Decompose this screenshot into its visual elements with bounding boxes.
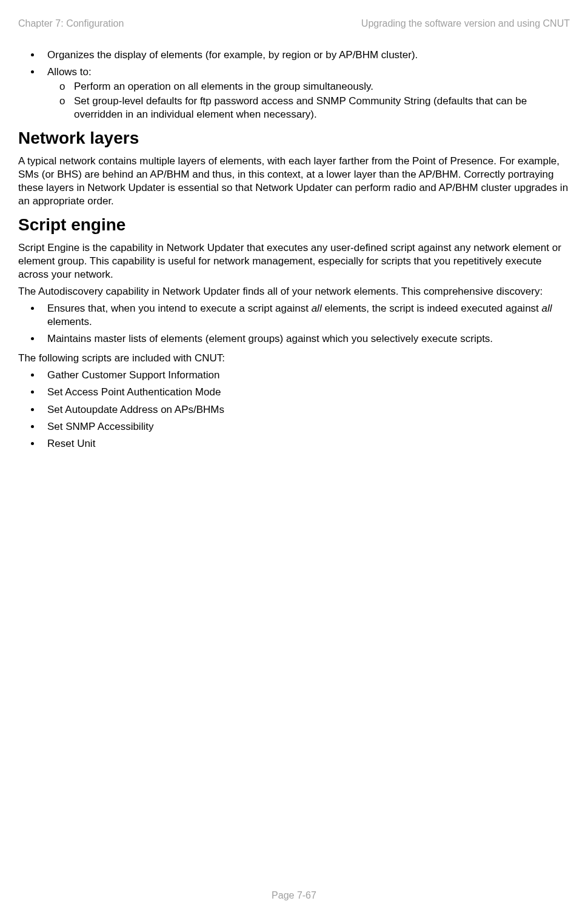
sub-list: oPerform an operation on all elements in… (47, 80, 570, 121)
list-item: oSet group-level defaults for ftp passwo… (59, 95, 570, 121)
paragraph: Script Engine is the capability in Netwo… (18, 241, 570, 281)
italic-text: all (542, 303, 552, 314)
sub-marker: o (59, 95, 74, 121)
list-item: Set SNMP Accessibility (41, 420, 570, 434)
scripts-bullet-list: Gather Customer Support Information Set … (18, 369, 570, 450)
header-left: Chapter 7: Configuration (18, 18, 124, 29)
list-item: Set Access Point Authentication Mode (41, 386, 570, 399)
paragraph: A typical network contains multiple laye… (18, 155, 570, 208)
list-item-text: Reset Unit (47, 438, 95, 449)
list-item-text: Set Autoupdate Address on APs/BHMs (47, 404, 224, 415)
list-item-text: Perform an operation on all elements in … (74, 80, 373, 93)
list-item-text: Allows to: (47, 66, 92, 78)
list-item-text: Organizes the display of elements (for e… (47, 49, 418, 61)
list-item-text: Gather Customer Support Information (47, 369, 219, 381)
italic-text: all (312, 303, 322, 314)
list-item: Maintains master lists of elements (elem… (41, 332, 570, 346)
list-item: Set Autoupdate Address on APs/BHMs (41, 403, 570, 417)
list-item-text: Maintains master lists of elements (elem… (47, 333, 493, 344)
list-item: Organizes the display of elements (for e… (41, 49, 570, 62)
list-item: Reset Unit (41, 437, 570, 451)
text-segment: Ensures that, when you intend to execute… (47, 303, 312, 314)
paragraph: The following scripts are included with … (18, 352, 570, 365)
list-item: Allows to: oPerform an operation on all … (41, 65, 570, 121)
intro-bullet-list: Organizes the display of elements (for e… (18, 49, 570, 121)
text-segment: elements, the script is indeed executed … (322, 303, 542, 314)
heading-network-layers: Network layers (18, 127, 570, 149)
heading-script-engine: Script engine (18, 214, 570, 236)
text-segment: elements. (47, 316, 92, 327)
header-right: Upgrading the software version and using… (361, 18, 570, 29)
page-content: Organizes the display of elements (for e… (18, 49, 570, 451)
list-item: Gather Customer Support Information (41, 369, 570, 382)
paragraph: The Autodiscovery capability in Network … (18, 285, 570, 298)
list-item: oPerform an operation on all elements in… (59, 80, 570, 93)
page-footer: Page 7-67 (0, 890, 588, 901)
list-item-text: Set Access Point Authentication Mode (47, 386, 221, 398)
list-item: Ensures that, when you intend to execute… (41, 302, 570, 329)
discovery-bullet-list: Ensures that, when you intend to execute… (18, 302, 570, 346)
page-header: Chapter 7: Configuration Upgrading the s… (18, 18, 570, 29)
list-item-text: Set group-level defaults for ftp passwor… (74, 95, 570, 121)
sub-marker: o (59, 80, 74, 93)
list-item-text: Set SNMP Accessibility (47, 421, 153, 432)
